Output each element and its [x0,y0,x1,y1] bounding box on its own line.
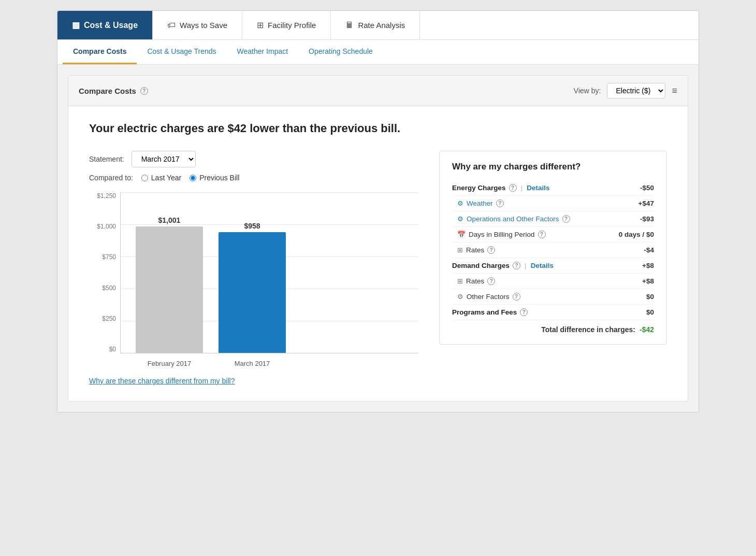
ways-to-save-icon: 🏷 [167,21,176,30]
compare-costs-panel: Compare Costs ? View by: Electric ($) ≡ … [68,75,688,402]
x-labels: February 2017 March 2017 [120,360,418,367]
subnav-weather-impact-label: Weather Impact [237,47,288,55]
why-row-operations: ⚙ Operations and Other Factors ? -$93 [452,211,654,227]
view-by-label: View by: [574,87,601,95]
other-factors-help[interactable]: ? [513,293,520,301]
why-label-weather: ⚙ Weather ? [452,199,504,207]
radio-previous-bill[interactable]: Previous Bill [190,174,239,182]
energy-charges-value: -$50 [640,184,654,192]
y-label-1250: $1,250 [97,192,116,199]
subnav-compare-costs[interactable]: Compare Costs [63,40,137,64]
energy-charges-details-link[interactable]: Details [527,184,549,192]
y-label-250: $250 [102,315,116,322]
demand-charges-help[interactable]: ? [513,262,520,269]
rates-demand-value: +$8 [642,277,654,285]
top-nav: ▩ Cost & Usage 🏷 Ways to Save ⊞ Facility… [57,11,699,40]
bar-group-feb: $1,001 [136,216,203,353]
brand-label: Cost & Usage [84,21,138,30]
operations-text[interactable]: Operations and Other Factors [467,215,559,223]
why-label-days: 📅 Days in Billing Period ? [452,231,546,238]
why-label-other-factors: ⚙ Other Factors ? [452,293,520,301]
bar-feb [136,226,203,353]
operations-icon: ⚙ [457,215,463,223]
bar-mar [219,232,286,353]
total-row: Total difference in charges: -$42 [452,325,654,334]
radio-last-year[interactable]: Last Year [141,174,181,182]
demand-charges-details-link[interactable]: Details [531,262,554,269]
demand-charges-value: +$8 [642,262,654,269]
x-label-feb: February 2017 [136,360,203,367]
why-row-programs: Programs and Fees ? $0 [452,305,654,320]
weather-text[interactable]: Weather [467,199,493,207]
radio-last-year-input[interactable] [141,175,148,181]
radio-previous-bill-label: Previous Bill [199,174,239,182]
nav-brand[interactable]: ▩ Cost & Usage [57,11,153,39]
rates-demand-help[interactable]: ? [487,277,495,285]
why-label-rates-energy: ⊞ Rates ? [452,246,495,254]
why-row-weather: ⚙ Weather ? +$47 [452,196,654,211]
rates-demand-text: Rates [466,277,484,285]
days-value: 0 days / $0 [619,231,654,238]
compare-row: Compared to: Last Year Previous Bill [89,174,418,182]
nav-facility-profile[interactable]: ⊞ Facility Profile [242,11,331,39]
panel-header-right: View by: Electric ($) ≡ [574,83,677,98]
y-label-750: $750 [102,253,116,261]
programs-help[interactable]: ? [520,308,528,316]
y-label-0: $0 [109,346,116,353]
why-row-energy-charges: Energy Charges ? | Details -$50 [452,180,654,196]
nav-ways-to-save-label: Ways to Save [180,21,227,30]
subnav-operating-schedule[interactable]: Operating Schedule [298,40,383,64]
why-row-demand-charges: Demand Charges ? | Details +$8 [452,258,654,274]
weather-help[interactable]: ? [496,199,504,207]
energy-charges-help[interactable]: ? [509,184,517,192]
compare-label: Compared to: [89,174,133,182]
why-box: Why are my charges different? Energy Cha… [439,151,667,345]
days-text: Days in Billing Period [469,231,535,238]
chart-section: Statement: March 2017 Compared to: Last … [89,151,667,368]
subnav-cost-usage-trends[interactable]: Cost & Usage Trends [137,40,226,64]
view-by-select[interactable]: Electric ($) [607,83,665,98]
rates-energy-icon: ⊞ [457,246,463,254]
statement-select[interactable]: March 2017 [132,151,196,167]
rates-energy-help[interactable]: ? [487,246,495,254]
panel-title-help-icon[interactable]: ? [140,87,148,95]
weather-value: +$47 [638,199,654,207]
nav-facility-profile-label: Facility Profile [268,21,316,30]
radio-previous-bill-input[interactable] [190,175,196,181]
y-label-1000: $1,000 [97,223,116,230]
panel-body: Your electric charges are $42 lower than… [68,106,688,401]
nav-ways-to-save[interactable]: 🏷 Ways to Save [153,11,242,39]
why-label-programs: Programs and Fees ? [452,308,528,316]
why-row-other-factors: ⚙ Other Factors ? $0 [452,289,654,305]
why-label-operations: ⚙ Operations and Other Factors ? [452,215,570,223]
chart-area: Statement: March 2017 Compared to: Last … [89,151,418,368]
app-container: ▩ Cost & Usage 🏷 Ways to Save ⊞ Facility… [57,10,699,412]
radio-last-year-label: Last Year [151,174,181,182]
facility-profile-icon: ⊞ [257,20,264,30]
x-label-mar: March 2017 [219,360,286,367]
bar-feb-value: $1,001 [158,216,181,224]
panel-header: Compare Costs ? View by: Electric ($) ≡ [68,76,688,106]
panel-title: Compare Costs [79,87,136,95]
rate-analysis-icon: 🖩 [345,21,354,30]
menu-icon[interactable]: ≡ [672,85,677,96]
operations-help[interactable]: ? [562,215,570,223]
subnav-weather-impact[interactable]: Weather Impact [227,40,299,64]
days-help[interactable]: ? [538,231,546,238]
nav-rate-analysis-label: Rate Analysis [358,21,405,30]
other-factors-icon: ⚙ [457,293,463,301]
days-icon: 📅 [457,231,466,238]
subnav-operating-schedule-label: Operating Schedule [309,47,373,55]
y-label-500: $500 [102,284,116,292]
other-factors-value: $0 [646,293,654,301]
nav-rate-analysis[interactable]: 🖩 Rate Analysis [331,11,420,39]
total-label: Total difference in charges: [541,325,635,334]
y-axis: $1,250 $1,000 $750 $500 $250 $0 [89,192,120,353]
subnav-cost-usage-trends-label: Cost & Usage Trends [147,47,216,55]
energy-charges-text: Energy Charges [452,184,506,192]
operations-value: -$93 [640,215,654,223]
subnav-compare-costs-label: Compare Costs [73,47,126,55]
weather-icon: ⚙ [457,199,463,207]
why-label-demand-charges: Demand Charges ? | Details [452,262,554,269]
bottom-link[interactable]: Why are these charges different from my … [89,377,235,385]
